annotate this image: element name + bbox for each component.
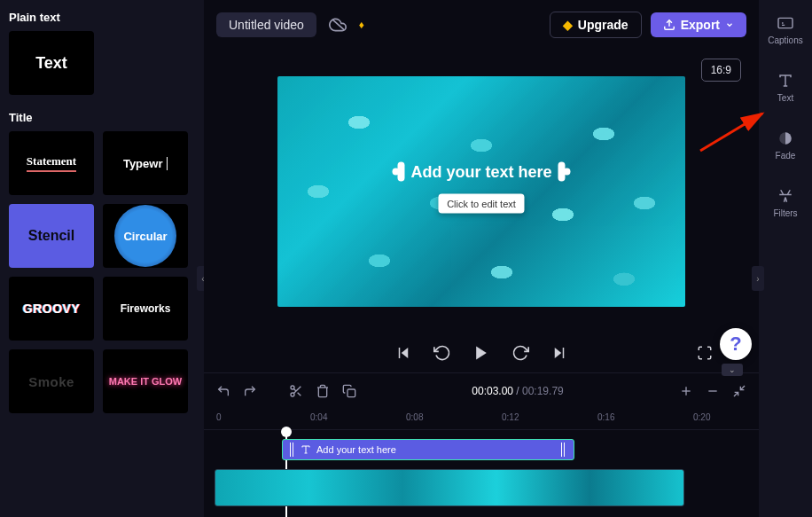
clip-handle-left[interactable] bbox=[290, 443, 295, 457]
tick-3: 0:12 bbox=[502, 412, 519, 422]
clip-handle-right[interactable] bbox=[561, 443, 566, 457]
play-button[interactable] bbox=[472, 343, 491, 363]
text-element-selection[interactable]: Add your text here bbox=[405, 161, 557, 183]
zoom-in-button[interactable] bbox=[679, 384, 693, 398]
main-area: Untitled video ♦ ◆ Upgrade Export 16:9 bbox=[204, 0, 759, 517]
expand-panel-button[interactable]: ⌄ bbox=[722, 364, 743, 376]
svg-rect-12 bbox=[347, 389, 355, 397]
zoom-out-button[interactable] bbox=[706, 384, 720, 398]
fade-icon bbox=[777, 129, 793, 147]
delete-button[interactable] bbox=[316, 384, 330, 398]
plain-text-heading: Plain text bbox=[9, 11, 195, 24]
captions-tab[interactable]: Captions bbox=[759, 9, 812, 51]
tick-5: 0:20 bbox=[693, 412, 710, 422]
thumb-fireworks[interactable]: Fireworks bbox=[103, 277, 188, 341]
thumb-circular[interactable]: Circular bbox=[103, 204, 188, 268]
video-clip[interactable] bbox=[215, 469, 684, 506]
svg-point-8 bbox=[291, 393, 294, 396]
collapse-left-panel[interactable]: ‹ bbox=[197, 266, 204, 291]
svg-marker-2 bbox=[402, 348, 409, 358]
svg-point-7 bbox=[291, 386, 294, 389]
tracks-area[interactable]: Add your text here bbox=[204, 430, 759, 517]
svg-rect-3 bbox=[399, 348, 401, 358]
right-panel: Captions Text Fade Filters › bbox=[759, 0, 812, 517]
edit-text-tooltip[interactable]: Click to edit text bbox=[438, 193, 525, 213]
video-title[interactable]: Untitled video bbox=[216, 12, 316, 37]
timecode: 00:03.00 / 00:19.79 bbox=[472, 385, 563, 397]
tick-2: 0:08 bbox=[406, 412, 423, 422]
redo-button[interactable] bbox=[243, 384, 257, 398]
preview-canvas[interactable]: Add your text here Click to edit text bbox=[277, 76, 685, 307]
tick-0: 0 bbox=[216, 412, 222, 422]
duplicate-button[interactable] bbox=[342, 384, 356, 398]
diamond-icon: ◆ bbox=[563, 18, 573, 32]
left-panel: Plain text Text Title Statement Typewr S… bbox=[0, 0, 204, 517]
skip-start-button[interactable] bbox=[394, 343, 413, 363]
forward-5s-button[interactable] bbox=[511, 343, 530, 363]
timeline: 00:03.00 / 00:19.79 0 0:04 0:08 0:12 0:1… bbox=[204, 372, 759, 517]
svg-line-0 bbox=[332, 20, 344, 30]
thumb-smoke[interactable]: Smoke bbox=[9, 349, 94, 413]
thumb-groovy[interactable]: GROOVY bbox=[9, 277, 94, 341]
topbar: Untitled video ♦ ◆ Upgrade Export bbox=[204, 0, 759, 50]
svg-line-11 bbox=[293, 388, 296, 391]
filters-tab[interactable]: Filters bbox=[759, 182, 812, 223]
text-track: Add your text here bbox=[204, 439, 759, 466]
text-clip[interactable]: Add your text here bbox=[282, 439, 574, 460]
thumb-stencil[interactable]: Stencil bbox=[9, 204, 94, 268]
aspect-ratio-button[interactable]: 16:9 bbox=[701, 59, 741, 82]
text-tab[interactable]: Text bbox=[759, 67, 812, 108]
video-track bbox=[204, 469, 759, 512]
title-heading: Title bbox=[9, 111, 195, 124]
fullscreen-button[interactable] bbox=[695, 343, 714, 363]
rewind-5s-button[interactable] bbox=[433, 343, 452, 363]
resize-handle-left[interactable] bbox=[397, 162, 404, 182]
collapse-right-panel[interactable]: › bbox=[752, 266, 764, 291]
text-tab-icon bbox=[777, 72, 793, 90]
svg-line-10 bbox=[298, 393, 301, 396]
chevron-down-icon bbox=[725, 20, 734, 29]
filters-icon bbox=[777, 187, 793, 205]
skip-end-button[interactable] bbox=[550, 343, 569, 363]
tick-4: 0:16 bbox=[597, 412, 614, 422]
cloud-sync-icon[interactable] bbox=[325, 12, 350, 37]
player-controls: ? ⌄ bbox=[204, 333, 759, 372]
thumb-plain-text[interactable]: Text bbox=[9, 31, 94, 95]
resize-dot-right[interactable] bbox=[564, 168, 571, 176]
export-button[interactable]: Export bbox=[651, 12, 746, 37]
preview-stage: 16:9 Add your text here Click to edit te… bbox=[204, 50, 759, 333]
svg-rect-6 bbox=[563, 348, 565, 358]
fade-tab[interactable]: Fade bbox=[759, 124, 812, 166]
captions-icon bbox=[777, 14, 794, 32]
split-button[interactable] bbox=[289, 384, 303, 398]
thumb-make-it-glow[interactable]: MAKE IT GLOW bbox=[103, 349, 188, 413]
text-clip-label: Add your text here bbox=[316, 444, 396, 455]
svg-line-16 bbox=[740, 386, 745, 390]
svg-marker-4 bbox=[476, 347, 487, 360]
upload-icon bbox=[663, 19, 675, 31]
thumb-statement[interactable]: Statement bbox=[9, 131, 94, 195]
upgrade-button[interactable]: ◆ Upgrade bbox=[550, 12, 642, 38]
help-button[interactable]: ? bbox=[720, 328, 752, 360]
thumb-typewriter[interactable]: Typewr bbox=[103, 131, 188, 195]
text-icon bbox=[301, 444, 311, 455]
svg-marker-5 bbox=[555, 348, 562, 358]
tick-1: 0:04 bbox=[310, 412, 327, 422]
undo-button[interactable] bbox=[216, 384, 230, 398]
zoom-fit-button[interactable] bbox=[732, 384, 746, 398]
timeline-toolbar: 00:03.00 / 00:19.79 bbox=[204, 373, 759, 409]
text-element[interactable]: Add your text here bbox=[410, 162, 551, 180]
svg-rect-20 bbox=[778, 18, 792, 27]
premium-crown-icon: ♦ bbox=[359, 19, 364, 31]
svg-line-17 bbox=[734, 392, 738, 396]
